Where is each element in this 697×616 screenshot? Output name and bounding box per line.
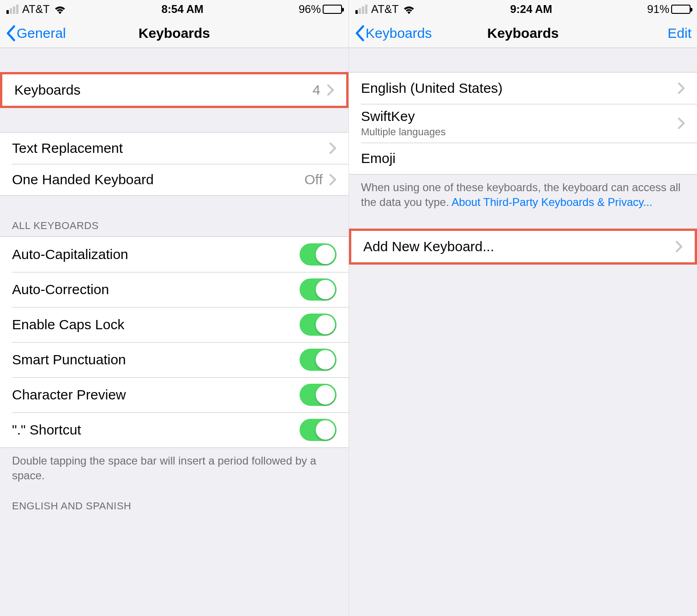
screen-keyboards-list: AT&T 9:24 AM 91% Keyboards Keyboards Edi… [348, 0, 697, 616]
period-shortcut-footer: Double tapping the space bar will insert… [0, 448, 348, 483]
nav-back-label: Keyboards [366, 25, 432, 41]
battery-icon [323, 5, 342, 14]
switch-on-icon[interactable] [300, 419, 336, 441]
nav-back-button[interactable]: Keyboards [355, 25, 432, 42]
third-party-footer: When using one of these keyboards, the k… [349, 175, 697, 210]
toggle-caps-lock[interactable]: Enable Caps Lock [0, 307, 348, 342]
status-right: 96% [299, 3, 342, 16]
keyboards-row[interactable]: Keyboards 4 [2, 74, 346, 106]
text-replacement-row[interactable]: Text Replacement [0, 133, 348, 164]
chevron-right-icon [678, 82, 685, 94]
chevron-right-icon [327, 84, 334, 96]
add-new-keyboard-label: Add New Keyboard... [363, 239, 494, 254]
status-right: 91% [647, 3, 691, 16]
status-time: 9:24 AM [510, 3, 552, 16]
keyboard-row-english[interactable]: English (United States) [349, 72, 697, 104]
one-handed-value: Off [305, 172, 323, 187]
toggle-character-preview[interactable]: Character Preview [0, 377, 348, 412]
battery-indicator: 96% [299, 3, 342, 16]
wifi-icon [403, 4, 415, 14]
toggle-period-shortcut[interactable]: "." Shortcut [0, 412, 348, 447]
keyboards-count: 4 [312, 82, 320, 98]
one-handed-label: One Handed Keyboard [12, 172, 154, 187]
signal-bars-icon [6, 5, 18, 14]
privacy-link[interactable]: About Third-Party Keyboards & Privacy... [451, 196, 652, 208]
chevron-left-icon [6, 25, 16, 42]
toggle-label: Character Preview [12, 387, 126, 403]
keyboard-label: English (United States) [361, 80, 503, 96]
keyboard-label: SwiftKey [361, 109, 445, 124]
nav-bar: General Keyboards [0, 18, 348, 48]
keyboard-sublabel: Multiple languages [361, 126, 445, 138]
battery-indicator: 91% [647, 3, 691, 16]
keyboards-row-label: Keyboards [14, 82, 80, 98]
signal-bars-icon [355, 5, 367, 14]
chevron-right-icon [329, 174, 336, 186]
nav-edit-button[interactable]: Edit [664, 25, 691, 41]
toggle-auto-capitalization[interactable]: Auto-Capitalization [0, 237, 348, 272]
carrier-label: AT&T [22, 3, 50, 16]
english-spanish-header: ENGLISH AND SPANISH [0, 500, 348, 517]
status-left: AT&T [6, 3, 66, 16]
group-text-options: Text Replacement One Handed Keyboard Off [0, 132, 348, 196]
carrier-label: AT&T [371, 3, 399, 16]
group-installed-keyboards: English (United States) SwiftKey Multipl… [349, 72, 697, 210]
toggle-smart-punctuation[interactable]: Smart Punctuation [0, 342, 348, 377]
one-handed-row[interactable]: One Handed Keyboard Off [0, 164, 348, 195]
toggle-auto-correction[interactable]: Auto-Correction [0, 272, 348, 307]
nav-back-label: General [17, 25, 66, 41]
battery-pct: 91% [647, 3, 669, 16]
group-english-spanish: ENGLISH AND SPANISH [0, 500, 348, 517]
all-keyboards-header: ALL KEYBOARDS [0, 220, 348, 236]
status-left: AT&T [355, 3, 415, 16]
status-time: 8:54 AM [162, 3, 204, 16]
toggle-label: "." Shortcut [12, 422, 81, 438]
nav-back-button[interactable]: General [6, 25, 66, 42]
keyboard-row-emoji[interactable]: Emoji [349, 143, 697, 174]
group-add-keyboard: Add New Keyboard... [349, 229, 697, 265]
keyboard-row-swiftkey[interactable]: SwiftKey Multiple languages [349, 104, 697, 143]
switch-on-icon[interactable] [300, 278, 336, 301]
screen-keyboards-settings: AT&T 8:54 AM 96% General Keyboards Keybo… [0, 0, 348, 616]
toggle-label: Auto-Capitalization [12, 247, 128, 262]
battery-icon [671, 5, 691, 14]
group-keyboards-count: Keyboards 4 [0, 72, 348, 108]
add-new-keyboard-row[interactable]: Add New Keyboard... [351, 231, 695, 262]
switch-on-icon[interactable] [300, 349, 336, 371]
chevron-right-icon [675, 241, 683, 253]
battery-pct: 96% [299, 3, 321, 16]
status-bar: AT&T 9:24 AM 91% [349, 0, 697, 18]
toggle-label: Enable Caps Lock [12, 317, 125, 332]
group-all-keyboards: ALL KEYBOARDS Auto-Capitalization Auto-C… [0, 220, 348, 483]
status-bar: AT&T 8:54 AM 96% [0, 0, 348, 18]
switch-on-icon[interactable] [300, 384, 336, 406]
text-replacement-label: Text Replacement [12, 140, 123, 156]
switch-on-icon[interactable] [300, 243, 336, 266]
nav-bar: Keyboards Keyboards Edit [349, 18, 697, 48]
chevron-left-icon [355, 25, 365, 42]
chevron-right-icon [329, 142, 336, 154]
keyboard-label: Emoji [361, 151, 396, 166]
toggle-label: Smart Punctuation [12, 352, 126, 368]
chevron-right-icon [678, 117, 685, 129]
toggle-label: Auto-Correction [12, 282, 109, 297]
wifi-icon [54, 4, 66, 14]
switch-on-icon[interactable] [300, 314, 336, 336]
